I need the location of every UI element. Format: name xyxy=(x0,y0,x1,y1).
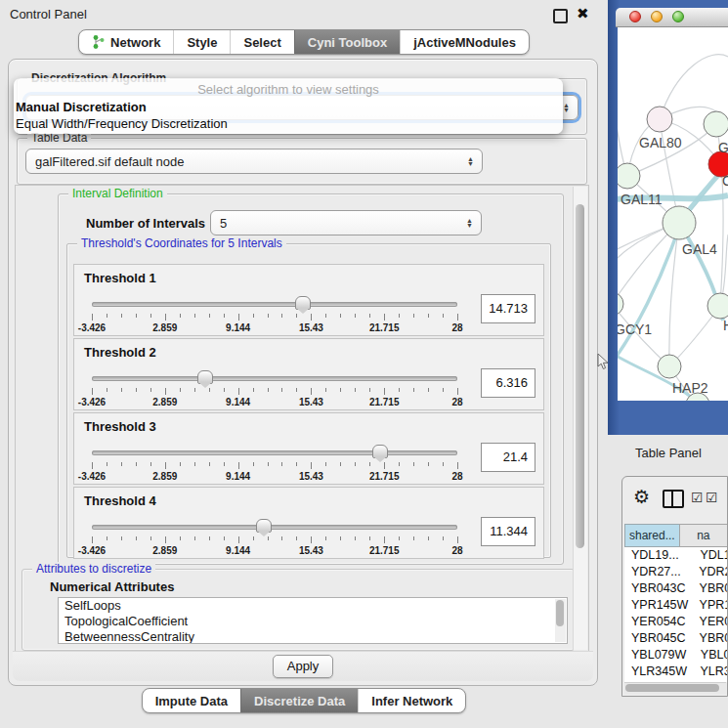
algorithm-dropdown-popup: Select algorithm to view settings Manual… xyxy=(14,78,563,134)
node-label: HAP2 xyxy=(672,380,708,396)
tick-label: 21.715 xyxy=(369,397,400,407)
network-node-h[interactable] xyxy=(707,293,728,319)
network-canvas[interactable]: GAL80GACGAL11GAL4GCY1HHAP2 xyxy=(618,27,728,401)
table-horizontal-scrollbar[interactable] xyxy=(624,682,726,694)
float-window-icon[interactable] xyxy=(553,9,568,23)
apply-button[interactable]: Apply xyxy=(273,655,333,678)
table-row[interactable]: YBL079WYBL0 xyxy=(624,647,727,664)
tick-label: 21.715 xyxy=(369,471,400,482)
tab-infer-network[interactable]: Infer Network xyxy=(358,689,465,712)
dropdown-item-manual-discretization[interactable]: Manual Discretization xyxy=(14,99,563,115)
tick-label: 15.43 xyxy=(299,397,323,407)
table-row[interactable]: YPR145WYPR1 xyxy=(624,597,727,614)
tab-label: Infer Network xyxy=(371,694,452,708)
tick-label: 21.715 xyxy=(369,322,400,333)
checkbox-icon[interactable]: ☑ xyxy=(706,490,718,505)
column-header-shared-name[interactable]: shared... xyxy=(624,524,679,547)
slider-thumb[interactable] xyxy=(197,370,213,384)
settings-vertical-scrollbar[interactable] xyxy=(573,187,587,650)
tick-label: 2.859 xyxy=(152,471,177,482)
attribute-item-selfloops[interactable]: SelfLoops xyxy=(59,598,567,614)
tab-label: Discretize Data xyxy=(254,694,345,708)
node-label: GAL4 xyxy=(682,241,717,257)
top-tabs: NetworkStyleSelectCyni ToolboxjActiveMNo… xyxy=(78,29,530,55)
attributes-group: Attributes to discretize Numerical Attri… xyxy=(21,569,575,651)
tab-discretize-data[interactable]: Discretize Data xyxy=(240,689,358,712)
threshold-slider[interactable]: -3.4262.8599.14415.4321.71528 xyxy=(92,376,457,409)
tab-label: Select xyxy=(243,35,280,50)
close-icon[interactable]: ✖ xyxy=(577,5,589,22)
node-label: H xyxy=(723,318,728,333)
slider-thumb[interactable] xyxy=(295,296,311,310)
close-traffic-light-icon[interactable] xyxy=(629,11,641,22)
network-node-gal4[interactable] xyxy=(663,206,696,239)
tick-label: 28 xyxy=(451,322,462,333)
network-node-gal11[interactable] xyxy=(618,163,640,189)
threshold-value-field[interactable]: 11.344 xyxy=(481,517,535,546)
interval-definition-title: Interval Definition xyxy=(68,187,167,200)
attributes-list-scrollbar[interactable] xyxy=(555,599,566,642)
tab-label: Network xyxy=(110,35,160,50)
combo-arrows-icon: ▲▼ xyxy=(563,96,570,119)
dropdown-item-equal-width-frequency-discretization[interactable]: Equal Width/Frequency Discretization xyxy=(14,115,563,132)
slider-thumb[interactable] xyxy=(256,519,272,533)
tab-style[interactable]: Style xyxy=(173,30,230,54)
number-of-intervals-combobox[interactable]: 5 ▲▼ xyxy=(210,210,482,236)
table-data-combobox[interactable]: galFiltered.sif default node ▲▼ xyxy=(25,149,483,174)
table-data-group: Table Data galFiltered.sif default node … xyxy=(17,138,587,185)
node-label: GAL11 xyxy=(621,192,663,207)
cell-shared-name: YER054C xyxy=(624,614,693,630)
threshold-value-field[interactable]: 6.316 xyxy=(481,368,535,398)
threshold-value-field[interactable]: 14.713 xyxy=(481,294,535,323)
slider-track xyxy=(92,525,457,530)
cell-name: YBR0 xyxy=(693,630,727,647)
table-row[interactable]: YBR043CYBR0 xyxy=(624,580,727,597)
cell-shared-name: YDR27... xyxy=(624,564,692,580)
tick-label: -3.426 xyxy=(78,545,106,556)
cell-name: YLR3 xyxy=(693,664,727,680)
zoom-traffic-light-icon[interactable] xyxy=(672,11,684,22)
threshold-slider[interactable]: -3.4262.8599.14415.4321.71528 xyxy=(92,450,457,484)
table-row[interactable]: YDR27...YDR2 xyxy=(624,564,727,580)
table-row[interactable]: YER054CYER0 xyxy=(624,614,727,630)
cell-name: YPR1 xyxy=(693,597,727,614)
tick-label: 9.144 xyxy=(226,471,250,482)
threshold-slider[interactable]: -3.4262.8599.14415.4321.71528 xyxy=(92,302,457,335)
tab-cyni-toolbox[interactable]: Cyni Toolbox xyxy=(294,30,400,54)
numerical-attributes-list[interactable]: SelfLoopsTopologicalCoefficientBetweenne… xyxy=(58,597,568,644)
table-row[interactable]: YBR045CYBR0 xyxy=(624,630,727,647)
network-node-hap2[interactable] xyxy=(658,355,681,378)
attribute-item-betweennesscentrality[interactable]: BetweennessCentrality xyxy=(59,629,567,644)
tab-impute-data[interactable]: Impute Data xyxy=(143,689,240,712)
split-view-icon[interactable] xyxy=(663,490,684,508)
cell-shared-name: YBR043C xyxy=(624,580,693,597)
table-row[interactable]: YDL19...YDL1 xyxy=(624,547,727,564)
tab-select[interactable]: Select xyxy=(230,30,293,54)
tab-network[interactable]: Network xyxy=(79,30,173,54)
tab-jactivemnodules[interactable]: jActiveMNodules xyxy=(400,30,529,54)
thresholds-group: Threshold's Coordinates for 5 Intervals … xyxy=(66,243,551,558)
cell-shared-name: YPR145W xyxy=(624,597,693,614)
table-row[interactable]: YLR345WYLR3 xyxy=(624,664,727,680)
table-header-row: shared... na xyxy=(624,524,727,547)
tick-label: 28 xyxy=(451,471,462,482)
column-header-name[interactable]: na xyxy=(679,524,727,547)
minimize-traffic-light-icon[interactable] xyxy=(651,11,663,22)
network-node-gcy1[interactable] xyxy=(618,292,623,316)
node-label: GCY1 xyxy=(618,321,652,337)
network-node-ga[interactable] xyxy=(704,111,728,137)
dropdown-prompt-item[interactable]: Select algorithm to view settings xyxy=(14,81,563,99)
network-node-gal80[interactable] xyxy=(647,107,672,132)
slider-thumb[interactable] xyxy=(372,445,388,458)
tick-label: 28 xyxy=(451,545,462,556)
cell-name: YDL1 xyxy=(693,547,727,564)
threshold-slider[interactable]: -3.4262.8599.14415.4321.71528 xyxy=(92,525,457,558)
gear-icon[interactable]: ⚙ xyxy=(633,486,650,508)
threshold-value-field[interactable]: 21.4 xyxy=(481,443,535,472)
checkbox-icon[interactable]: ☑ xyxy=(691,490,704,505)
number-of-intervals-label: Number of Intervals xyxy=(86,216,205,231)
node-label: GA xyxy=(718,140,728,155)
cell-name: YDR2 xyxy=(692,564,727,580)
threshold-label: Threshold 3 xyxy=(84,419,156,434)
attribute-item-topologicalcoefficient[interactable]: TopologicalCoefficient xyxy=(59,614,567,629)
